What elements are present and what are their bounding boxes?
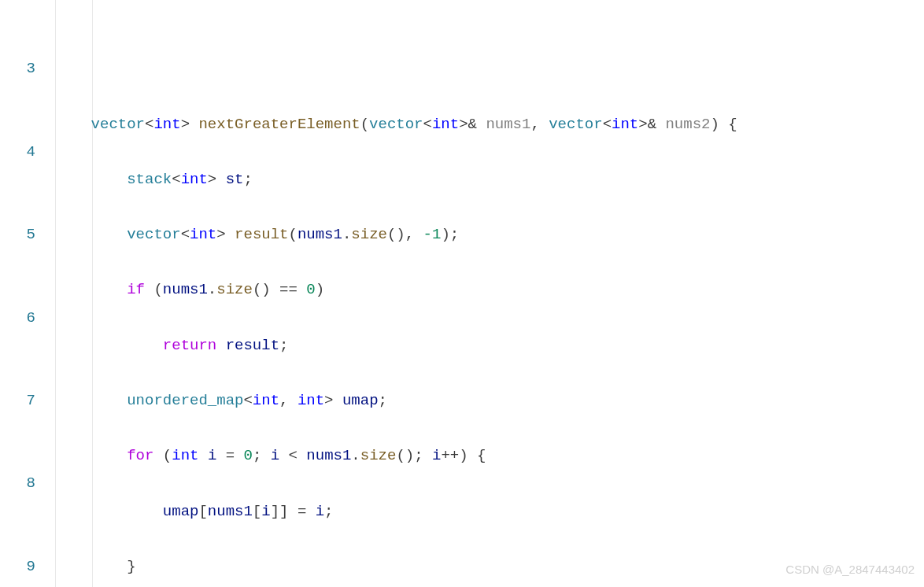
line-number: 9: [0, 553, 35, 581]
code-line: vector<int> nextGreaterElement(vector<in…: [55, 111, 924, 138]
line-number-gutter: 3 4 5 6 7 8 9 10 11 12 13 14 15 16 17 18…: [0, 0, 49, 587]
code-line: unordered_map<int, int> umap;: [55, 387, 924, 415]
code-editor[interactable]: vector<int> nextGreaterElement(vector<in…: [49, 0, 924, 587]
watermark: CSDN @A_2847443402: [785, 559, 915, 581]
line-number: 5: [0, 221, 35, 249]
code-line: if (nums1.size() == 0): [55, 276, 924, 304]
code-line: return result;: [55, 332, 924, 360]
code-line: for (int i = 0; i < nums1.size(); i++) {: [55, 442, 924, 470]
code-line: stack<int> st;: [55, 166, 924, 194]
code-line: umap[nums1[i]] = i;: [55, 498, 924, 526]
line-number: 6: [0, 305, 35, 332]
line-number: 7: [0, 387, 35, 415]
code-line: vector<int> result(nums1.size(), -1);: [55, 221, 924, 249]
line-number: 4: [0, 138, 35, 166]
line-number: 3: [0, 55, 35, 83]
line-number: 8: [0, 470, 35, 497]
